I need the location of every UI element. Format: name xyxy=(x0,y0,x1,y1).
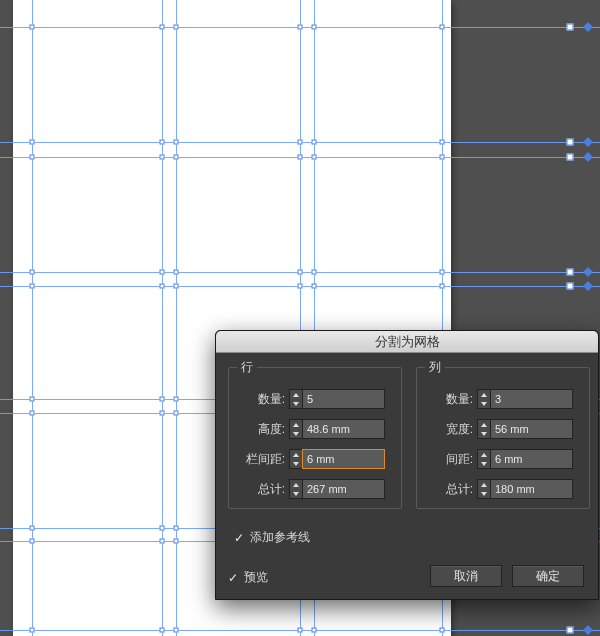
cols-total-input[interactable] xyxy=(491,479,573,499)
anchor-point[interactable] xyxy=(174,155,179,160)
stepper-up-icon[interactable] xyxy=(290,480,302,489)
stepper-down-icon[interactable] xyxy=(290,399,302,408)
anchor-point[interactable] xyxy=(30,526,35,531)
cols-gap-input[interactable] xyxy=(491,449,573,469)
anchor-point[interactable] xyxy=(440,155,445,160)
anchor-point[interactable] xyxy=(30,628,35,633)
anchor-point[interactable] xyxy=(312,628,317,633)
ok-button[interactable]: 确定 xyxy=(512,565,584,587)
anchor-point[interactable] xyxy=(298,155,303,160)
rows-total-input[interactable] xyxy=(303,479,385,499)
anchor-point[interactable] xyxy=(30,284,35,289)
anchor-point[interactable] xyxy=(312,140,317,145)
stepper-down-icon[interactable] xyxy=(478,429,490,438)
anchor-point[interactable] xyxy=(440,628,445,633)
rows-height-stepper[interactable] xyxy=(289,419,303,439)
rows-total-stepper[interactable] xyxy=(289,479,303,499)
anchor-point[interactable] xyxy=(298,140,303,145)
anchor-point[interactable] xyxy=(312,284,317,289)
anchor-point[interactable] xyxy=(174,25,179,30)
anchor-point[interactable] xyxy=(160,411,165,416)
selection-handle[interactable] xyxy=(567,154,574,161)
preview-label: 预览 xyxy=(244,569,268,586)
guide-endpoint-icon[interactable] xyxy=(583,152,593,162)
anchor-point[interactable] xyxy=(30,25,35,30)
anchor-point[interactable] xyxy=(174,284,179,289)
anchor-point[interactable] xyxy=(160,628,165,633)
guide-endpoint-icon[interactable] xyxy=(583,625,593,635)
stepper-down-icon[interactable] xyxy=(290,459,302,468)
anchor-point[interactable] xyxy=(174,526,179,531)
anchor-point[interactable] xyxy=(298,628,303,633)
anchor-point[interactable] xyxy=(298,284,303,289)
anchor-point[interactable] xyxy=(30,270,35,275)
anchor-point[interactable] xyxy=(160,284,165,289)
anchor-point[interactable] xyxy=(160,539,165,544)
stepper-up-icon[interactable] xyxy=(478,420,490,429)
selection-handle[interactable] xyxy=(567,269,574,276)
preview-checkbox[interactable]: ✓ 预览 xyxy=(226,569,268,586)
anchor-point[interactable] xyxy=(30,155,35,160)
anchor-point[interactable] xyxy=(30,539,35,544)
stepper-down-icon[interactable] xyxy=(478,489,490,498)
anchor-point[interactable] xyxy=(174,411,179,416)
cols-width-row: 宽度: xyxy=(425,416,581,442)
guide-endpoint-icon[interactable] xyxy=(583,22,593,32)
add-guides-checkbox[interactable]: ✓ 添加参考线 xyxy=(232,529,310,546)
stepper-up-icon[interactable] xyxy=(290,390,302,399)
anchor-point[interactable] xyxy=(312,270,317,275)
guide-endpoint-icon[interactable] xyxy=(583,137,593,147)
stepper-up-icon[interactable] xyxy=(478,390,490,399)
anchor-point[interactable] xyxy=(174,397,179,402)
cols-total-stepper[interactable] xyxy=(477,479,491,499)
cols-count-stepper[interactable] xyxy=(477,389,491,409)
anchor-point[interactable] xyxy=(174,539,179,544)
anchor-point[interactable] xyxy=(30,397,35,402)
rows-height-input[interactable] xyxy=(303,419,385,439)
cols-width-stepper[interactable] xyxy=(477,419,491,439)
selection-handle[interactable] xyxy=(567,283,574,290)
cols-count-input[interactable] xyxy=(491,389,573,409)
anchor-point[interactable] xyxy=(160,270,165,275)
selection-handle[interactable] xyxy=(567,627,574,634)
stepper-up-icon[interactable] xyxy=(290,420,302,429)
stepper-down-icon[interactable] xyxy=(478,399,490,408)
anchor-point[interactable] xyxy=(160,397,165,402)
rows-gap-input[interactable] xyxy=(302,449,385,469)
stepper-up-icon[interactable] xyxy=(478,450,490,459)
cols-legend: 列 xyxy=(425,359,445,376)
cancel-button[interactable]: 取消 xyxy=(430,565,502,587)
stepper-down-icon[interactable] xyxy=(290,429,302,438)
anchor-point[interactable] xyxy=(174,628,179,633)
stepper-up-icon[interactable] xyxy=(478,480,490,489)
rows-legend: 行 xyxy=(237,359,257,376)
anchor-point[interactable] xyxy=(298,270,303,275)
anchor-point[interactable] xyxy=(160,140,165,145)
anchor-point[interactable] xyxy=(30,411,35,416)
anchor-point[interactable] xyxy=(298,25,303,30)
guide-endpoint-icon[interactable] xyxy=(583,267,593,277)
stepper-down-icon[interactable] xyxy=(290,489,302,498)
anchor-point[interactable] xyxy=(440,140,445,145)
cols-gap-stepper[interactable] xyxy=(477,449,491,469)
selection-handle[interactable] xyxy=(567,139,574,146)
anchor-point[interactable] xyxy=(440,270,445,275)
anchor-point[interactable] xyxy=(160,526,165,531)
anchor-point[interactable] xyxy=(30,140,35,145)
stepper-up-icon[interactable] xyxy=(290,450,302,459)
anchor-point[interactable] xyxy=(440,284,445,289)
anchor-point[interactable] xyxy=(440,25,445,30)
anchor-point[interactable] xyxy=(160,155,165,160)
rows-count-stepper[interactable] xyxy=(289,389,303,409)
anchor-point[interactable] xyxy=(174,140,179,145)
anchor-point[interactable] xyxy=(312,155,317,160)
rows-count-input[interactable] xyxy=(303,389,385,409)
anchor-point[interactable] xyxy=(174,270,179,275)
stepper-down-icon[interactable] xyxy=(478,459,490,468)
selection-handle[interactable] xyxy=(567,24,574,31)
guide-endpoint-icon[interactable] xyxy=(583,281,593,291)
rows-gap-stepper[interactable] xyxy=(289,449,303,469)
anchor-point[interactable] xyxy=(160,25,165,30)
cols-width-input[interactable] xyxy=(491,419,573,439)
anchor-point[interactable] xyxy=(312,25,317,30)
